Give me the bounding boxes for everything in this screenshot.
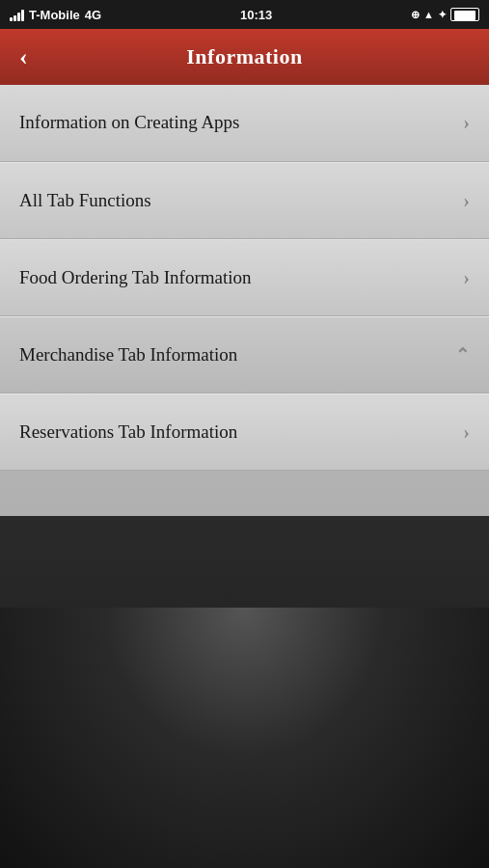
header: ‹ Information [0,29,489,85]
location-icon: ▲ [423,9,434,20]
network-label: 4G [85,8,101,22]
menu-item-1-label: Information on Creating Apps [19,111,463,135]
lock-icon: ⊕ [411,9,420,21]
chevron-up-icon-4: ⌃ [455,344,470,366]
status-right: ⊕ ▲ ✦ [411,8,479,21]
back-button[interactable]: ‹ [14,40,33,74]
signal-bar-3 [17,13,20,21]
battery-icon [450,8,479,21]
menu-item-2[interactable]: All Tab Functions › [0,162,489,239]
status-bar: T-Mobile 4G 10:13 ⊕ ▲ ✦ [0,0,489,29]
menu-item-2-label: All Tab Functions [19,189,463,213]
signal-bars [10,8,24,21]
menu-item-1[interactable]: Information on Creating Apps › [0,85,489,162]
menu-item-5-label: Reservations Tab Information [19,420,463,445]
page-title: Information [186,44,302,69]
menu-item-4-label: Merchandise Tab Information [19,343,455,367]
bluetooth-icon: ✦ [438,9,447,21]
signal-bar-2 [14,15,16,21]
menu-item-5[interactable]: Reservations Tab Information › [0,393,489,471]
chevron-right-icon-3: › [463,267,470,289]
chevron-right-icon-2: › [463,190,470,212]
signal-bar-4 [21,10,24,21]
menu-item-3[interactable]: Food Ordering Tab Information › [0,239,489,316]
menu-list: Information on Creating Apps › All Tab F… [0,85,489,471]
chevron-right-icon-5: › [463,421,470,444]
menu-item-4[interactable]: Merchandise Tab Information ⌃ [0,316,489,393]
signal-bar-1 [10,17,13,21]
menu-item-3-label: Food Ordering Tab Information [19,266,463,290]
chevron-right-icon-1: › [463,112,470,134]
status-time: 10:13 [240,8,272,22]
status-left: T-Mobile 4G [10,8,101,22]
content-area: ata Information on Creating Apps › All T… [0,85,489,868]
carrier-label: T-Mobile [29,8,80,22]
dark-bottom-area [0,608,489,868]
